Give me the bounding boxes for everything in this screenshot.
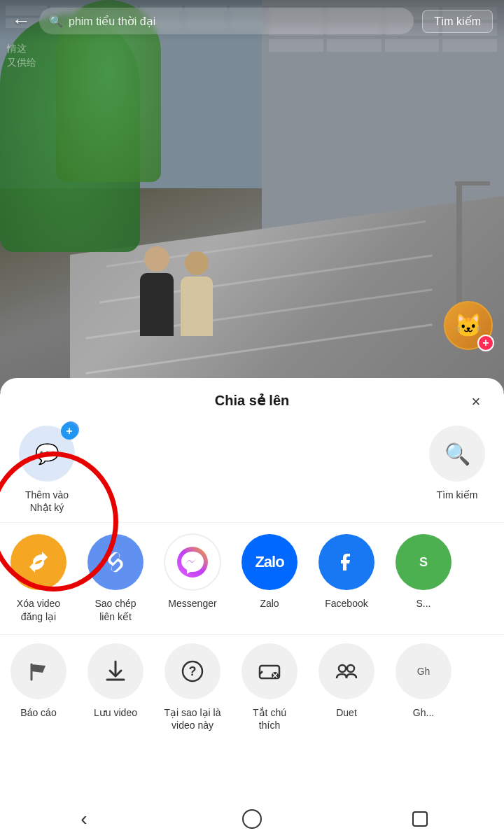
link-icon-svg <box>101 547 130 577</box>
video-background: 情这 又供给 <box>0 0 504 392</box>
nhatky-label: Thêm vào Nhật ký <box>25 489 69 514</box>
search-share-label: Tìm kiếm <box>437 489 478 501</box>
search-button[interactable]: Tìm kiếm <box>422 10 493 33</box>
facebook-icon <box>318 534 374 590</box>
share-sheet: Chia sẻ lên × 💬 + Thêm vào Nhật ký 🔍 Tìm… <box>0 378 504 840</box>
saochep-label: Sao chép liên kết <box>94 597 136 622</box>
share-item-zalo[interactable]: Zalo Zalo <box>231 526 308 631</box>
video-section: 情这 又供给 ← 🔍 phim tiểu thời đại Tìm kiếm 🐱… <box>0 0 504 392</box>
watermark: 情这 又供给 <box>7 42 36 69</box>
search-query-text: phim tiểu thời đại <box>69 15 155 28</box>
luuvideo-icon <box>88 643 144 699</box>
share-item-saochep[interactable]: Sao chép liên kết <box>77 526 154 631</box>
more-share-icon: S <box>396 534 451 590</box>
zalo-icon: Zalo <box>241 534 298 590</box>
repost-icon-svg <box>24 548 52 576</box>
baocao-label: Báo cáo <box>20 706 56 719</box>
xoa-video-label: Xóa video đăng lại <box>17 597 60 622</box>
share-item-tattchu[interactable]: Tắt chú thích <box>231 635 308 740</box>
sheet-title: Chia sẻ lên <box>215 392 289 409</box>
baocao-icon <box>10 643 66 699</box>
luuvideo-label: Lưu video <box>94 706 137 719</box>
zalo-label: Zalo <box>260 597 279 610</box>
xoa-video-icon <box>10 534 66 590</box>
messenger-icon-svg <box>175 545 210 580</box>
search-icon: 🔍 <box>49 15 63 28</box>
question-icon-svg: ? <box>180 659 205 684</box>
share-item-more[interactable]: S S... <box>385 526 462 631</box>
duet-icon-svg <box>334 659 359 684</box>
tattchu-icon <box>241 643 298 699</box>
messenger-icon <box>164 534 220 590</box>
saochep-icon <box>88 534 144 590</box>
search-bar[interactable]: 🔍 phim tiểu thời đại <box>39 8 414 34</box>
sheet-header: Chia sẻ lên × <box>0 378 504 417</box>
caption-off-icon-svg <box>257 659 282 684</box>
tattchu-label: Tắt chú thích <box>253 706 286 732</box>
share-item-nhatky[interactable]: 💬 + Thêm vào Nhật ký <box>8 417 85 522</box>
share-item-luuvideo[interactable]: Lưu video <box>77 635 154 740</box>
duet-icon <box>318 643 374 699</box>
share-item-taisao[interactable]: ? Tại sao lại là video này <box>154 635 231 740</box>
flag-icon-svg <box>26 659 51 684</box>
svg-line-0 <box>113 559 118 565</box>
taisao-label: Tại sao lại là video này <box>164 706 220 732</box>
back-button[interactable]: ← <box>11 10 31 32</box>
share-item-messenger[interactable]: Messenger <box>154 526 231 631</box>
nav-recent-icon <box>412 811 428 827</box>
nav-bar: ‹ <box>0 798 504 840</box>
facebook-f-icon-svg <box>331 547 362 578</box>
follow-button[interactable]: + <box>477 335 494 351</box>
share-item-baocao[interactable]: Báo cáo <box>0 635 77 740</box>
svg-point-8 <box>347 665 354 672</box>
gh-label: Gh... <box>413 706 434 719</box>
nhatky-icon: 💬 + <box>19 426 75 482</box>
share-item-gh[interactable]: Gh Gh... <box>385 635 462 740</box>
avatar[interactable]: 🐱 + <box>444 301 493 350</box>
search-share-icon: 🔍 <box>429 426 485 482</box>
svg-point-7 <box>339 665 346 672</box>
share-row-1: 💬 + Thêm vào Nhật ký 🔍 Tìm kiếm <box>0 417 504 523</box>
nhatky-plus-badge: + <box>61 423 78 440</box>
share-row-3: Báo cáo Lưu video ? Tại sao lại là vid <box>0 634 504 740</box>
share-item-facebook[interactable]: Facebook <box>308 526 385 631</box>
nav-back-button[interactable]: ‹ <box>63 805 105 833</box>
messenger-label: Messenger <box>168 597 216 610</box>
more-share-label: S... <box>416 597 430 610</box>
share-item-search[interactable]: 🔍 Tìm kiếm <box>419 417 496 522</box>
facebook-label: Facebook <box>325 597 368 610</box>
share-item-duet[interactable]: Duet <box>308 635 385 740</box>
duet-label: Duet <box>336 706 357 719</box>
download-icon-svg <box>103 659 128 684</box>
gh-icon: Gh <box>396 643 451 699</box>
nav-recent-button[interactable] <box>399 805 441 833</box>
svg-text:?: ? <box>189 664 197 678</box>
avatar-area: 🐱 + <box>444 301 493 350</box>
nav-home-icon <box>242 809 262 829</box>
nav-back-icon: ‹ <box>80 808 87 830</box>
top-bar: ← 🔍 phim tiểu thời đại Tìm kiếm <box>0 0 504 42</box>
close-button[interactable]: × <box>465 391 487 413</box>
nav-home-button[interactable] <box>231 805 273 833</box>
taisao-icon: ? <box>164 643 220 699</box>
share-row-2: Xóa video đăng lại Sao chép liên kết <box>0 523 504 634</box>
share-item-xoa-video[interactable]: Xóa video đăng lại <box>0 526 77 631</box>
